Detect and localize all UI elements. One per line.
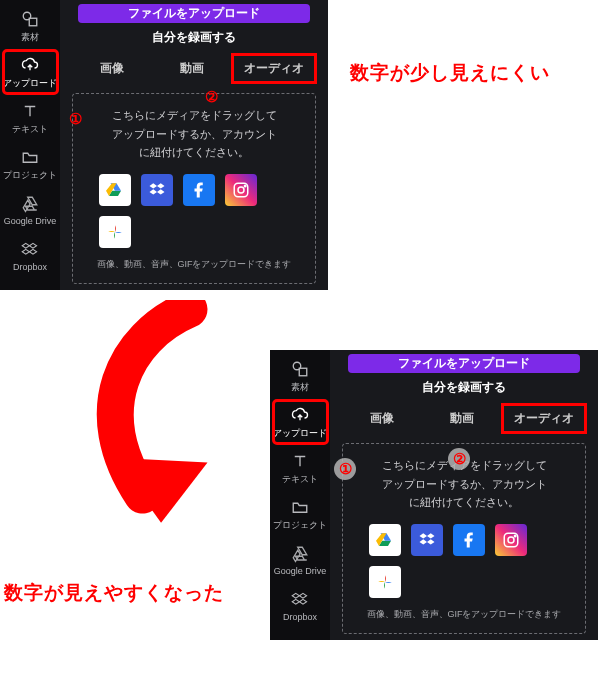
shapes-icon <box>20 9 40 29</box>
app-grid <box>369 524 559 598</box>
sidebar-item-projects[interactable]: プロジェクト <box>3 142 58 186</box>
tab-video[interactable]: 動画 <box>422 404 502 433</box>
sidebar-item-upload[interactable]: アップロード <box>273 400 328 444</box>
drop-zone[interactable]: こちらにメディアをドラッグして アップロードするか、アカウント に紐付けてくださ… <box>342 443 586 634</box>
screenshot-before: 素材 アップロード テキスト プロジェクト Google Drive Dropb… <box>0 0 328 290</box>
media-tabs: 画像 動画 オーディオ <box>342 404 586 433</box>
sidebar-item-label: 素材 <box>291 381 309 394</box>
sidebar-item-label: Google Drive <box>274 566 327 576</box>
sidebar-item-label: アップロード <box>273 427 327 440</box>
sidebar: 素材 アップロード テキスト プロジェクト Google Drive Dropb… <box>270 350 330 640</box>
screenshot-after: 素材 アップロード テキスト プロジェクト Google Drive Dropb… <box>270 350 598 640</box>
sidebar-item-label: テキスト <box>12 123 48 136</box>
svg-point-4 <box>244 185 246 187</box>
sidebar: 素材 アップロード テキスト プロジェクト Google Drive Dropb… <box>0 0 60 290</box>
facebook-icon[interactable] <box>183 174 215 206</box>
svg-rect-1 <box>29 18 37 26</box>
svg-point-9 <box>514 535 516 537</box>
tab-video[interactable]: 動画 <box>152 54 232 83</box>
sidebar-item-dropbox[interactable]: Dropbox <box>3 234 58 278</box>
marker-2: ② <box>200 86 222 108</box>
dropbox-icon <box>20 240 40 260</box>
instagram-icon[interactable] <box>495 524 527 556</box>
sidebar-item-label: プロジェクト <box>3 169 57 182</box>
sidebar-item-elements[interactable]: 素材 <box>3 4 58 48</box>
google-photos-icon[interactable] <box>99 216 131 248</box>
google-drive-icon <box>20 194 40 214</box>
upload-file-button[interactable]: ファイルをアップロード <box>78 4 310 23</box>
cloud-upload-icon <box>290 405 310 425</box>
record-yourself-button[interactable]: 自分を録画する <box>348 379 580 396</box>
app-grid <box>99 174 289 248</box>
annotation-hard-to-see: 数字が少し見えにくい <box>350 60 550 86</box>
marker-2: ② <box>448 448 470 470</box>
drop-footnote: 画像、動画、音声、GIFをアップロードできます <box>367 608 562 621</box>
sidebar-item-upload[interactable]: アップロード <box>3 50 58 94</box>
instagram-icon[interactable] <box>225 174 257 206</box>
svg-point-3 <box>238 187 244 193</box>
media-tabs: 画像 動画 オーディオ <box>72 54 316 83</box>
sidebar-item-text[interactable]: テキスト <box>273 446 328 490</box>
sidebar-item-elements[interactable]: 素材 <box>273 354 328 398</box>
text-icon <box>290 451 310 471</box>
sidebar-item-label: Dropbox <box>13 262 47 272</box>
google-photos-icon[interactable] <box>369 566 401 598</box>
folder-icon <box>20 147 40 167</box>
google-drive-icon <box>290 544 310 564</box>
dropbox-icon[interactable] <box>141 174 173 206</box>
sidebar-item-projects[interactable]: プロジェクト <box>273 492 328 536</box>
google-drive-icon[interactable] <box>99 174 131 206</box>
record-yourself-button[interactable]: 自分を録画する <box>78 29 310 46</box>
dropbox-icon[interactable] <box>411 524 443 556</box>
sidebar-item-googledrive[interactable]: Google Drive <box>273 538 328 582</box>
sidebar-item-text[interactable]: テキスト <box>3 96 58 140</box>
svg-rect-6 <box>299 368 307 376</box>
svg-point-8 <box>508 537 514 543</box>
tab-audio[interactable]: オーディオ <box>232 54 316 83</box>
drop-zone[interactable]: こちらにメディアをドラッグして アップロードするか、アカウント に紐付けてくださ… <box>72 93 316 284</box>
dropbox-icon <box>290 590 310 610</box>
folder-icon <box>290 497 310 517</box>
sidebar-item-label: アップロード <box>3 77 57 90</box>
marker-1: ① <box>334 458 356 480</box>
shapes-icon <box>290 359 310 379</box>
drop-footnote: 画像、動画、音声、GIFをアップロードできます <box>97 258 292 271</box>
sidebar-item-label: Google Drive <box>4 216 57 226</box>
sidebar-item-dropbox[interactable]: Dropbox <box>273 584 328 628</box>
marker-1: ① <box>64 108 86 130</box>
upload-panel: ファイルをアップロード 自分を録画する 画像 動画 オーディオ こちらにメディア… <box>60 0 328 290</box>
facebook-icon[interactable] <box>453 524 485 556</box>
upload-panel: ファイルをアップロード 自分を録画する 画像 動画 オーディオ こちらにメディア… <box>330 350 598 640</box>
sidebar-item-label: プロジェクト <box>273 519 327 532</box>
sidebar-item-label: 素材 <box>21 31 39 44</box>
sidebar-item-label: Dropbox <box>283 612 317 622</box>
sidebar-item-label: テキスト <box>282 473 318 486</box>
sidebar-item-googledrive[interactable]: Google Drive <box>3 188 58 232</box>
google-drive-icon[interactable] <box>369 524 401 556</box>
tab-image[interactable]: 画像 <box>342 404 422 433</box>
tab-image[interactable]: 画像 <box>72 54 152 83</box>
cloud-upload-icon <box>20 55 40 75</box>
tab-audio[interactable]: オーディオ <box>502 404 586 433</box>
annotation-easy-to-see: 数字が見えやすくなった <box>4 580 224 606</box>
text-icon <box>20 101 40 121</box>
drop-text: こちらにメディアをドラッグして アップロードするか、アカウント に紐付けてくださ… <box>112 106 277 162</box>
upload-file-button[interactable]: ファイルをアップロード <box>348 354 580 373</box>
arrow-icon <box>50 300 300 560</box>
